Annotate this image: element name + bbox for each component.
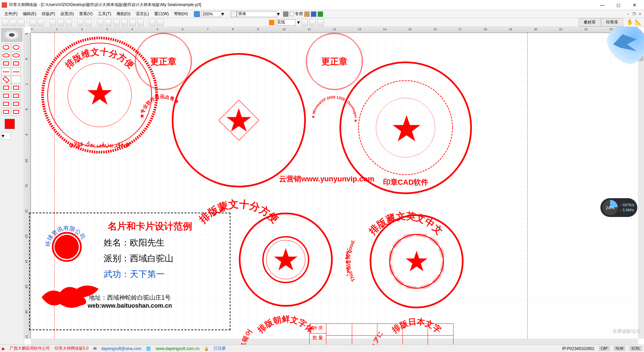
tool-icon-4[interactable] [318,11,323,17]
close-button[interactable]: ✕ [627,0,642,10]
shape-diamond[interactable] [1,76,11,83]
status-site[interactable]: www.dapengsoft.com.cn [156,346,199,351]
seal-japanese[interactable]: 排版日本文字 テキストエリアに [370,214,464,308]
tb-cut[interactable] [49,19,56,26]
mdi-minimize-button[interactable]: – [626,12,630,16]
menu-file[interactable]: 文件(F) [2,10,20,18]
tb-align-t[interactable] [121,19,128,26]
tb-align-m[interactable] [129,19,136,26]
tb-align-r[interactable] [113,19,120,26]
forum-watermark: 吾爱破解论坛 [612,328,641,335]
font-dropdown-icon[interactable]: ▾ [277,11,280,17]
shape-grid4[interactable] [11,100,21,107]
svg-text:排版朝鲜文字体: 排版朝鲜文字体 [256,314,316,335]
shape-grid5[interactable] [1,108,11,116]
horizontal-ruler[interactable]: 0123456789101112131415161718192021222324… [31,27,637,33]
canvas[interactable]: 云营销www.yunyunvip.com 排版维文十分方便 ئۇيغۇر يېز… [31,33,638,339]
tb-save[interactable] [18,19,24,26]
menu-engrave[interactable]: 雕刻(G) [114,10,133,18]
line-color-icon[interactable] [269,20,274,25]
shape-ring[interactable] [11,44,21,51]
menu-typeset[interactable]: 排版(P) [39,10,58,18]
globe-icon: 🌐 [146,346,151,351]
menu-help[interactable]: 帮助(H) [171,10,191,18]
tb-align-b[interactable] [137,19,144,26]
seal-mongolian[interactable]: 排版蒙文十分方便 [172,53,306,187]
mdi-close-button[interactable]: ✕ [638,12,642,16]
maximize-button[interactable]: ◻ [611,0,626,10]
network-speed-widget[interactable]: 24% 587K/s5.6M/s [600,198,637,217]
hand-tool-icon[interactable]: ✋ [627,19,634,26]
speed-dial: 24% [602,200,618,215]
tb-align-c[interactable] [105,19,112,26]
line-weight-3[interactable] [317,19,324,26]
zoom-input[interactable] [201,11,221,17]
tb-redo[interactable] [85,19,92,26]
tool-icon-3[interactable] [311,11,316,17]
window-title: 印章大师网络版 - [C:\Users\VIZIO\Desktop\图符设计大师… [9,2,595,8]
shape-grid1[interactable] [1,92,11,99]
menu-settings[interactable]: 设置(S) [58,10,76,18]
line-style-dropdown-icon[interactable]: ▾ [297,19,300,26]
tool-palette: ▾ [0,27,24,345]
shape-hline[interactable] [11,68,21,75]
tb-grid[interactable] [149,19,156,26]
tool-icon-2[interactable] [304,11,310,17]
tb-open[interactable] [10,19,16,26]
table-headers: 种 类 数 量 [310,324,326,345]
data-table[interactable]: 种 类 数 量 [309,323,453,345]
shape-square[interactable] [1,84,11,91]
color-dropdown[interactable]: ▾ [1,132,11,140]
status-email[interactable]: dapengsoft@sina.com [101,346,142,351]
shape-table[interactable] [11,84,21,91]
shape-grid2[interactable] [11,92,21,99]
menu-language[interactable]: 语言(L) [133,10,152,18]
menu-tools[interactable]: 工具(T) [95,10,114,18]
status-product: 印章大师网络版5.0 [55,346,89,351]
status-scrl: SCRL [630,346,642,351]
shape-rect[interactable] [1,60,11,67]
business-card[interactable]: 环球资讯有限公司 名片和卡片设计范例 姓名：欧阳先生 派别：西域白驼山 武功：天… [29,213,230,330]
seal-library-tab[interactable]: 印章库 [601,18,623,27]
shape-grid6[interactable] [11,108,21,116]
play-icon: ▶ [2,346,5,351]
tb-snap[interactable] [157,19,164,26]
color-well[interactable] [5,119,15,129]
shape-line[interactable] [1,68,11,75]
shape-ellipse[interactable] [11,52,21,59]
menu-edit[interactable]: 编辑(E) [20,10,39,18]
svg-text:조은 소프트웨어: 조은 소프트웨어 [238,327,253,345]
line-weight-1[interactable] [301,19,308,26]
tb-print[interactable] [30,19,36,26]
minimize-button[interactable]: — [595,0,610,10]
card-logo: 环球资讯有限公司 [43,223,90,270]
guide-right[interactable] [527,33,528,339]
shape-triangle[interactable] [11,76,21,83]
shape-roundrect[interactable] [11,60,21,67]
line-weight-2[interactable] [309,19,316,26]
menu-view[interactable]: 查看(V) [76,10,95,18]
seal-korean[interactable]: 排版朝鲜文字体 조은 소프트웨어 [239,213,333,307]
line-style-input[interactable] [276,19,296,26]
vertical-scrollbar[interactable] [638,33,644,339]
tb-align-l[interactable] [97,19,104,26]
tool-icon-1[interactable] [283,11,288,17]
tb-paste[interactable] [65,19,72,26]
shape-circle[interactable] [1,44,11,51]
shape-grid3[interactable] [1,100,11,107]
svg-marker-23 [274,248,298,270]
font-input[interactable] [237,11,277,17]
zoom-dropdown-icon[interactable]: ▾ [221,11,224,17]
tb-new[interactable] [2,19,8,26]
svg-point-16 [55,235,79,259]
status-registered: 已注册 [214,346,226,351]
shape-oval[interactable] [1,52,11,59]
tb-copy[interactable] [57,19,64,26]
tb-preview[interactable] [38,19,44,26]
mdi-restore-button[interactable]: ❐ [632,12,636,16]
menu-window[interactable]: 窗口(W) [152,10,171,18]
special-checkbox[interactable]: 专用 [290,11,303,17]
material-library-tab[interactable]: 素材库 [579,18,601,27]
measure-tool-icon[interactable]: 📐 [635,19,642,26]
tb-undo[interactable] [77,19,84,26]
